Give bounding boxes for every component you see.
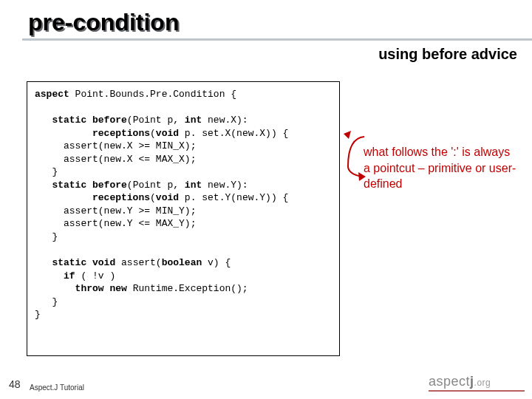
kw-int: int (185, 115, 202, 126)
code-text: ( (150, 192, 156, 203)
kw-receptions: receptions (92, 192, 150, 203)
annotation-text: what follows the ':' is always a pointcu… (364, 144, 519, 192)
code-text: new.X): (202, 115, 248, 126)
slide-number: 48 (9, 378, 21, 390)
code-text: assert(new.Y <= MAX_Y); (64, 218, 196, 229)
kw-int: int (185, 180, 202, 191)
code-text: Runtime.Exception(); (127, 283, 248, 294)
code-text: } (52, 166, 58, 177)
kw-throw-new: throw new (75, 283, 127, 294)
slide-subtitle: using before advice (378, 46, 517, 63)
kw-void: void (156, 192, 179, 203)
code-text: assert(new.X >= MIN_X); (64, 140, 196, 151)
kw-aspect: aspect (35, 89, 69, 100)
logo-org: .org (474, 378, 491, 388)
code-text: assert( (115, 257, 161, 268)
code-text: p. set.Y(new.Y)) { (179, 192, 288, 203)
kw-static-before: static before (52, 115, 126, 126)
code-text: Point.Bounds.Pre.Condition { (69, 89, 236, 100)
code-text: assert(new.Y >= MIN_Y); (64, 205, 196, 216)
code-text: ( (150, 128, 156, 139)
code-text: (Point p, (127, 180, 185, 191)
code-text: (Point p, (127, 115, 185, 126)
kw-receptions: receptions (92, 128, 150, 139)
code-text: v) { (202, 257, 231, 268)
kw-static-before: static before (52, 180, 126, 191)
code-text: } (52, 231, 58, 242)
code-text: } (52, 296, 58, 307)
logo-underline (429, 390, 525, 392)
code-text: } (35, 309, 41, 320)
annotation-arrow-icon (344, 129, 366, 181)
title-bar: pre-condition pre-condition (0, 0, 532, 44)
code-text: ( !v ) (75, 270, 116, 282)
svg-marker-0 (344, 131, 351, 139)
title-underline (22, 38, 532, 41)
kw-if: if (64, 270, 75, 282)
kw-static-void: static void (52, 257, 115, 268)
aspectj-logo: aspectj.org (429, 374, 525, 395)
code-text: new.Y): (202, 180, 248, 191)
logo-brand-a: aspect (429, 374, 470, 389)
code-block: aspect Point.Bounds.Pre.Condition { stat… (27, 81, 340, 356)
code-text: assert(new.X <= MAX_X); (64, 154, 196, 165)
code-text: p. set.X(new.X)) { (179, 128, 288, 139)
kw-boolean: boolean (162, 257, 202, 268)
slide-title: pre-condition (28, 9, 179, 36)
footer-text: Aspect.J Tutorial (30, 383, 84, 392)
kw-void: void (156, 128, 179, 139)
